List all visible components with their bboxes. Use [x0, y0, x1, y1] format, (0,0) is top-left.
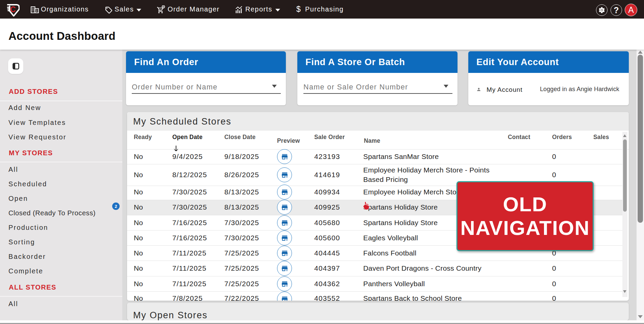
svg-text:C: C	[10, 5, 16, 14]
